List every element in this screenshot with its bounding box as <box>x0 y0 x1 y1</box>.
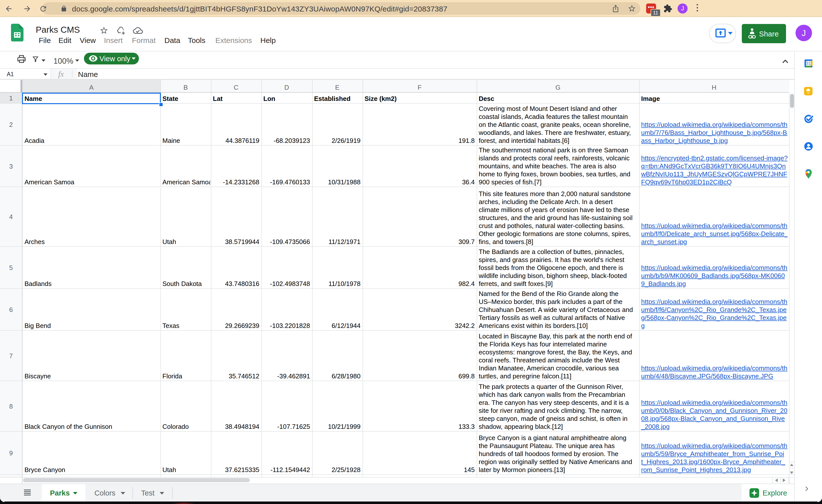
svg-text:31: 31 <box>806 61 811 66</box>
